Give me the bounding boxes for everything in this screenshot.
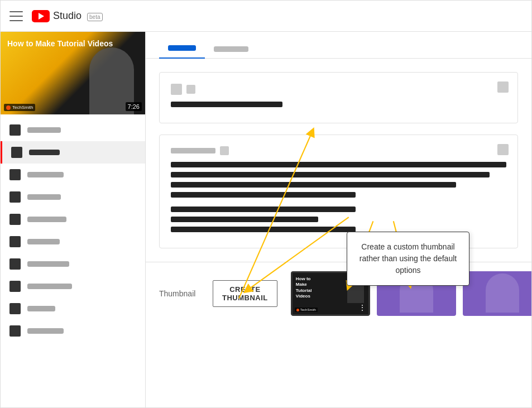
purple-person-2 — [486, 273, 519, 313]
youtube-icon — [32, 10, 50, 22]
sidebar: How to Make Tutorial Videos TechSmith 7:… — [1, 32, 146, 407]
app-container: Studio beta How to Make Tutorial Videos … — [0, 0, 532, 408]
whatsnew-label — [27, 328, 64, 334]
thumbnail-section: Thumbnail CREATE THUMBNAIL How toMakeTut… — [146, 262, 531, 325]
sidebar-item-dashboard[interactable] — [1, 119, 145, 141]
custom-thumb-logo: TechSmith — [295, 308, 318, 312]
beta-badge: beta — [87, 13, 102, 21]
sidebar-item-monetization[interactable] — [1, 253, 145, 275]
panels-container: Thumbnail CREATE THUMBNAIL How toMakeTut… — [146, 59, 531, 325]
extra-bar-1 — [171, 207, 356, 212]
tabs-bar — [146, 32, 531, 59]
thumbnail-option-2[interactable] — [463, 271, 531, 316]
analytics-icon — [9, 191, 21, 203]
analytics-label — [27, 194, 61, 200]
tab-analytics[interactable] — [205, 40, 257, 59]
videos-label — [29, 150, 60, 155]
extra-bars — [171, 207, 506, 232]
settings-icon — [9, 303, 21, 314]
desc-bar-1 — [171, 162, 506, 167]
techsmith-badge: TechSmith — [4, 104, 35, 111]
panel2-corner-icon — [497, 144, 509, 155]
panel2-top-row — [171, 146, 506, 155]
sidebar-item-analytics[interactable] — [1, 186, 145, 208]
sidebar-nav — [1, 114, 145, 347]
subtitles-label — [27, 239, 60, 244]
title-icon — [171, 84, 182, 95]
sidebar-item-playlists[interactable] — [1, 164, 145, 186]
custom-thumb-techsmith: TechSmith — [300, 308, 316, 311]
whatsnew-icon — [9, 325, 21, 337]
logo: Studio beta — [32, 10, 103, 22]
panel-title — [159, 72, 518, 123]
video-title: How to Make Tutorial Videos — [7, 39, 113, 49]
details-tab-label — [168, 45, 196, 51]
sidebar-item-whatsnew[interactable] — [1, 320, 145, 342]
video-thumb-bg: How to Make Tutorial Videos — [1, 32, 145, 114]
sidebar-item-subtitles[interactable] — [1, 231, 145, 253]
analytics-tab-label — [214, 46, 248, 52]
comments-icon — [9, 214, 21, 225]
extra-bar-3 — [171, 227, 356, 232]
subtitles-icon — [9, 236, 21, 247]
thumbnail-label: Thumbnail — [159, 289, 204, 298]
title-bar — [171, 102, 282, 107]
extra-bar-2 — [171, 217, 318, 222]
techsmith-label: TechSmith — [12, 105, 33, 110]
more-options-icon: ⋮ — [358, 303, 366, 312]
description-bars — [171, 162, 506, 198]
techsmith-dot — [6, 105, 11, 110]
audio-label — [27, 284, 72, 289]
description-edit-icon — [220, 146, 229, 155]
sidebar-video-thumbnail[interactable]: How to Make Tutorial Videos TechSmith 7:… — [1, 32, 145, 114]
desc-bar-2 — [171, 172, 490, 177]
sidebar-item-settings[interactable] — [1, 297, 145, 320]
playlists-icon — [9, 169, 21, 180]
header: Studio beta — [1, 1, 531, 32]
panel-corner-icon — [497, 81, 509, 93]
sidebar-item-videos[interactable] — [1, 141, 145, 164]
monetization-icon — [9, 258, 21, 270]
settings-label — [27, 306, 55, 311]
duration-badge: 7:26 — [126, 102, 142, 111]
hamburger-menu[interactable] — [9, 11, 23, 21]
tooltip-text: Create a custom thumbnail rather than us… — [360, 242, 457, 275]
videos-icon — [11, 147, 22, 158]
tooltip-box: Create a custom thumbnail rather than us… — [347, 232, 469, 286]
dashboard-label — [27, 127, 61, 133]
panel-top-row — [171, 84, 506, 95]
playlists-label — [27, 172, 64, 177]
sidebar-item-audio[interactable] — [1, 275, 145, 297]
description-label — [171, 148, 215, 153]
content-area: Thumbnail CREATE THUMBNAIL How toMakeTut… — [146, 32, 531, 407]
dashboard-icon — [9, 124, 21, 136]
comments-label — [27, 217, 66, 222]
sidebar-item-comments[interactable] — [1, 208, 145, 231]
monetization-label — [27, 261, 69, 267]
desc-bar-4 — [171, 192, 356, 198]
tab-details[interactable] — [159, 39, 205, 59]
edit-icon — [186, 85, 195, 94]
audio-icon — [9, 281, 21, 292]
techsmith-logo-dot — [296, 309, 299, 311]
main-layout: How to Make Tutorial Videos TechSmith 7:… — [1, 32, 531, 407]
desc-bar-3 — [171, 182, 456, 188]
create-thumbnail-button[interactable]: CREATE THUMBNAIL — [213, 280, 277, 307]
content-panels — [146, 59, 531, 262]
studio-label: Studio — [53, 10, 82, 22]
